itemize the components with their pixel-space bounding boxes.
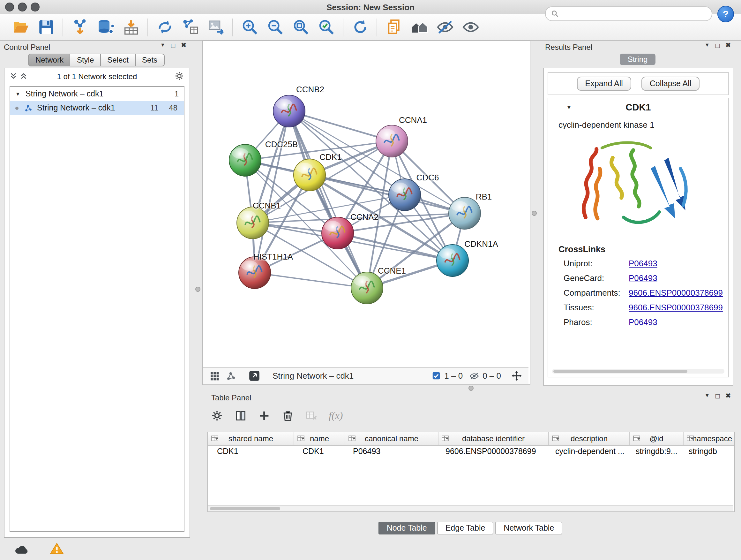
selected-checkbox-icon[interactable] xyxy=(431,371,441,381)
search-box[interactable] xyxy=(545,6,712,21)
zoom-in-button[interactable] xyxy=(238,16,262,38)
tab-network[interactable]: Network xyxy=(28,54,71,66)
network-node-CCNE1[interactable] xyxy=(351,272,383,304)
network-node-CDC6[interactable] xyxy=(389,179,421,211)
float-panel-icon[interactable]: □ xyxy=(171,42,175,49)
hidden-eye-slash-icon[interactable] xyxy=(469,371,479,381)
grid-view-icon[interactable] xyxy=(209,371,219,381)
network-edge[interactable] xyxy=(255,111,289,273)
panel-menu-icon[interactable]: ▼ xyxy=(704,42,710,49)
delete-column-trash-icon[interactable] xyxy=(281,409,294,422)
table-cell[interactable]: 9606.ENSP00000378699 xyxy=(436,445,546,458)
network-node-CCNB1[interactable] xyxy=(237,207,269,239)
tab-sets[interactable]: Sets xyxy=(136,54,164,66)
network-node-CDC25B[interactable] xyxy=(229,144,261,176)
table-cell[interactable]: stringdb:9... xyxy=(627,445,680,458)
import-network-database-button[interactable] xyxy=(93,16,118,38)
zoom-selected-button[interactable] xyxy=(314,16,338,38)
panel-menu-icon[interactable]: ▼ xyxy=(704,392,710,400)
tab-style[interactable]: Style xyxy=(71,54,101,66)
detach-view-button[interactable] xyxy=(248,370,260,382)
network-node-CCNA2[interactable] xyxy=(322,217,354,249)
left-splitter-handle[interactable] xyxy=(195,287,200,292)
zoom-fit-button[interactable] xyxy=(288,16,313,38)
column-header-description[interactable]: description xyxy=(549,432,630,445)
float-panel-icon[interactable]: □ xyxy=(716,42,720,49)
close-panel-icon[interactable]: ✖ xyxy=(725,392,731,400)
network-canvas[interactable]: CCNB2CCNA1CDC25BCDK1CDC6RB1CCNB1CCNA2CDK… xyxy=(203,41,529,367)
network-node-RB1[interactable] xyxy=(449,197,481,229)
table-cell[interactable]: cyclin-dependent ... xyxy=(546,445,627,458)
table-cell[interactable]: P06493 xyxy=(344,445,436,458)
show-columns-icon[interactable] xyxy=(234,409,247,422)
column-header-namespace[interactable]: namespace xyxy=(684,432,735,445)
expand-all-button[interactable]: Expand All xyxy=(577,77,631,91)
network-overview-icon[interactable] xyxy=(226,371,236,381)
panel-menu-icon[interactable]: ▼ xyxy=(160,42,165,49)
column-header-canonical-name[interactable]: canonical name xyxy=(345,432,439,445)
column-header-name[interactable]: name xyxy=(294,432,345,445)
disclosure-triangle-icon[interactable]: ▼ xyxy=(15,91,20,97)
crosslink-link[interactable]: 9606.ENSP00000378699 xyxy=(629,303,723,312)
table-cell[interactable]: CDK1 xyxy=(208,445,293,458)
table-hscrollbar-thumb[interactable] xyxy=(210,507,280,510)
column-header-@id[interactable]: @id xyxy=(630,432,684,445)
results-hscrollbar-thumb[interactable] xyxy=(553,370,687,373)
tab-edge-table[interactable]: Edge Table xyxy=(437,522,494,535)
warning-icon[interactable] xyxy=(50,542,64,555)
right-splitter-handle[interactable] xyxy=(532,211,537,216)
control-panel-body: 1 of 1 Network selected ▼ String Network… xyxy=(4,68,190,538)
network-node-CCNB2[interactable] xyxy=(273,95,305,127)
pan-crosshair-icon[interactable] xyxy=(511,370,522,381)
gear-icon[interactable] xyxy=(174,71,185,81)
network-node-CDKN1A[interactable] xyxy=(436,245,468,276)
network-edge[interactable] xyxy=(310,175,465,213)
copy-document-button[interactable] xyxy=(382,16,406,38)
first-neighbors-button[interactable] xyxy=(407,16,431,38)
network-row[interactable]: String Network – cdk1 11 48 xyxy=(10,101,184,115)
table-cell[interactable]: CDK1 xyxy=(293,445,344,458)
tab-select[interactable]: Select xyxy=(101,54,136,66)
refresh-button[interactable] xyxy=(348,16,372,38)
network-node-CCNA1[interactable] xyxy=(376,125,408,157)
table-cell[interactable]: stringdb xyxy=(680,445,735,458)
table-settings-gear-icon[interactable] xyxy=(211,409,223,422)
crosslink-link[interactable]: P06493 xyxy=(629,259,657,268)
add-column-plus-icon[interactable] xyxy=(258,409,271,422)
tab-network-table[interactable]: Network Table xyxy=(495,522,562,535)
show-all-button[interactable] xyxy=(458,16,482,38)
table-row[interactable]: CDK1CDK1P064939606.ENSP00000378699cyclin… xyxy=(208,445,735,458)
results-tab-string[interactable]: String xyxy=(620,54,656,65)
import-table-icon xyxy=(122,18,140,37)
network-collection-row[interactable]: ▼ String Network – cdk1 1 xyxy=(10,87,184,101)
import-network-file-button[interactable] xyxy=(68,16,92,38)
open-folder-button[interactable] xyxy=(8,16,32,38)
network-edge[interactable] xyxy=(255,273,367,288)
crosslink-link[interactable]: P06493 xyxy=(629,273,657,283)
zoom-out-button[interactable] xyxy=(263,16,287,38)
bottom-splitter-handle[interactable] xyxy=(468,386,474,391)
crosslink-link[interactable]: 9606.ENSP00000378699 xyxy=(629,288,723,298)
crosslink-link[interactable]: P06493 xyxy=(629,317,657,327)
network-edge[interactable] xyxy=(289,111,367,288)
cloud-icon[interactable] xyxy=(14,543,29,555)
column-header-database-identifier[interactable]: database identifier xyxy=(439,432,549,445)
search-input[interactable] xyxy=(562,9,712,19)
table-toolbar: f(x) xyxy=(211,407,343,425)
tab-node-table[interactable]: Node Table xyxy=(379,522,435,535)
network-node-CDK1[interactable] xyxy=(293,159,326,191)
close-panel-icon[interactable]: ✖ xyxy=(725,42,731,49)
column-header-shared-name[interactable]: shared name xyxy=(208,432,294,445)
help-button[interactable]: ? xyxy=(718,6,734,22)
clone-network-button[interactable] xyxy=(152,16,177,38)
close-panel-icon[interactable]: ✖ xyxy=(181,42,186,49)
function-builder-button[interactable]: f(x) xyxy=(329,410,343,422)
collapse-all-button[interactable]: Collapse All xyxy=(642,77,700,91)
export-image-button[interactable] xyxy=(204,16,228,38)
network-from-table-button[interactable] xyxy=(178,16,202,38)
network-node-HIST1H1A[interactable] xyxy=(239,257,271,289)
import-table-button[interactable] xyxy=(119,16,143,38)
hide-selected-button[interactable] xyxy=(433,16,457,38)
save-session-button[interactable] xyxy=(34,16,58,38)
float-panel-icon[interactable]: □ xyxy=(716,392,720,400)
